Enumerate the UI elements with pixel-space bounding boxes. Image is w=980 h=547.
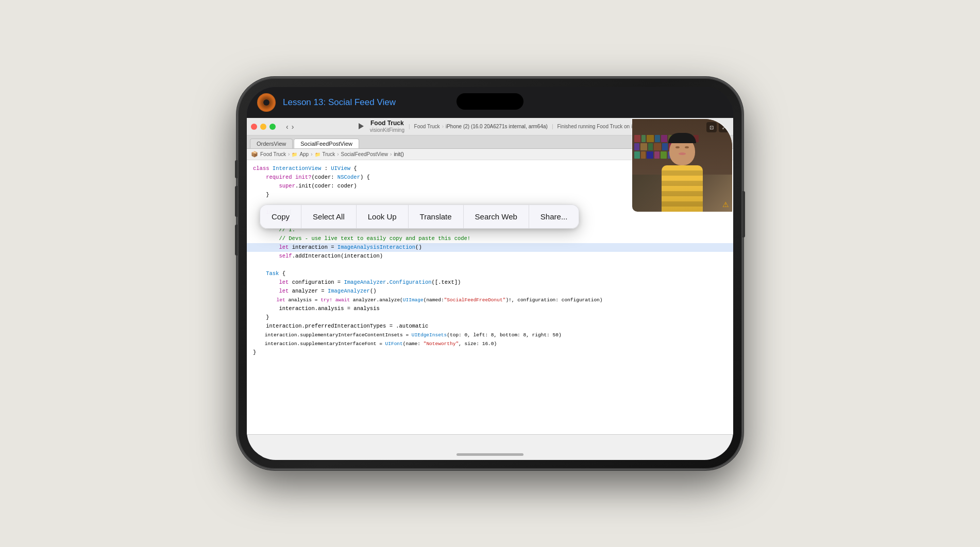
video-pip-button[interactable]: ⊡ <box>706 122 717 132</box>
device-info: Food Truck › iPhone (2) (16.0 20A6271s i… <box>414 124 548 129</box>
video-warning-icon: ⚠ <box>722 200 729 209</box>
video-controls: ⊡ ⤢ <box>706 122 729 132</box>
minimize-window-button[interactable] <box>260 124 266 130</box>
person-head <box>669 137 695 165</box>
xcode-nav-bar: ‹ › <box>283 123 297 131</box>
video-overlay: ⊡ ⤢ ⚠ <box>631 118 733 213</box>
code-line-19: interaction.preferredInteractionTypes = … <box>253 322 727 331</box>
code-line-12 <box>253 261 727 269</box>
app-sub-label: visionKitFiming <box>370 127 404 133</box>
close-window-button[interactable] <box>251 124 257 130</box>
app-name-label: Food Truck <box>370 119 404 127</box>
code-line-15: let analyzer = ImageAnalyzer() <box>253 287 727 296</box>
donut-icon <box>257 93 276 112</box>
translate-button[interactable]: Translate <box>409 205 464 228</box>
nav-forward-button[interactable]: › <box>292 123 294 131</box>
code-line-20: interaction.supplementaryInterfaceConten… <box>253 331 727 339</box>
breadcrumb-init[interactable]: init() <box>394 151 403 157</box>
look-up-button[interactable]: Look Up <box>357 205 409 228</box>
dynamic-island <box>457 93 523 110</box>
copy-button[interactable]: Copy <box>260 205 301 228</box>
video-expand-button[interactable]: ⤢ <box>719 122 729 132</box>
breadcrumb-food-truck[interactable]: Food Truck <box>260 151 286 157</box>
person-torso <box>662 165 703 212</box>
breadcrumb-social-feed[interactable]: SocialFeedPostView <box>341 151 388 157</box>
select-all-button[interactable]: Select All <box>301 205 357 228</box>
code-line-17: interaction.analysis = analysis <box>253 304 727 313</box>
volume-down-button <box>235 225 238 255</box>
traffic-lights <box>251 124 276 130</box>
context-menu: Copy Select All Look Up Translate Search… <box>260 204 579 229</box>
bottom-bar <box>247 434 733 460</box>
breadcrumb-truck[interactable]: Truck <box>323 151 335 157</box>
code-line-16: let analysis = try! await analyzer.analy… <box>253 296 727 304</box>
maximize-window-button[interactable] <box>269 124 276 130</box>
device-label: iPhone (2) (16.0 20A6271s internal, arm6… <box>446 124 548 129</box>
home-indicator <box>457 453 523 456</box>
breadcrumb-icon: 📦 <box>251 151 258 158</box>
phone-bezel: Lesson 13: Social Feed View ‹ › <box>238 78 742 469</box>
phone-screen: Lesson 13: Social Feed View ‹ › <box>247 87 733 460</box>
mute-button <box>235 160 238 178</box>
code-line-22: } <box>253 348 727 357</box>
power-button <box>742 191 745 237</box>
food-truck-scheme: Food Truck <box>414 124 440 129</box>
video-background <box>632 119 732 212</box>
run-button[interactable] <box>357 122 366 131</box>
code-line-14: let configuration = ImageAnalyzer.Config… <box>253 278 727 287</box>
code-line-21: interaction.supplementaryInterfaceFont =… <box>253 339 727 348</box>
phone-frame: Lesson 13: Social Feed View ‹ › <box>238 78 742 469</box>
tab-social-feed-post-view[interactable]: SocialFeedPostView <box>294 139 359 148</box>
volume-up-button <box>235 186 238 217</box>
app-folder-icon: 📁 <box>292 152 297 157</box>
code-line-9: // Devs - use live text to easily copy a… <box>253 234 727 243</box>
code-line-18: } <box>253 313 727 322</box>
nav-back-button[interactable]: ‹ <box>286 123 289 131</box>
code-line-11: self.addInteraction(interaction) <box>253 252 727 261</box>
lesson-title: Lesson 13: Social Feed View <box>283 97 396 108</box>
truck-folder-icon: 📁 <box>315 152 320 157</box>
instructor-person <box>662 137 703 212</box>
breadcrumb-app[interactable]: App <box>299 151 309 157</box>
tab-orders-view[interactable]: OrdersView <box>250 139 293 148</box>
xcode-window: ‹ › Food Truck visionKitFiming | Food Tr… <box>247 118 733 434</box>
search-web-button[interactable]: Search Web <box>464 205 529 228</box>
code-line-13: Task { <box>253 269 727 278</box>
share-button[interactable]: Share... <box>529 205 579 228</box>
code-line-10: let interaction = ImageAnalysisInteracti… <box>247 243 733 252</box>
